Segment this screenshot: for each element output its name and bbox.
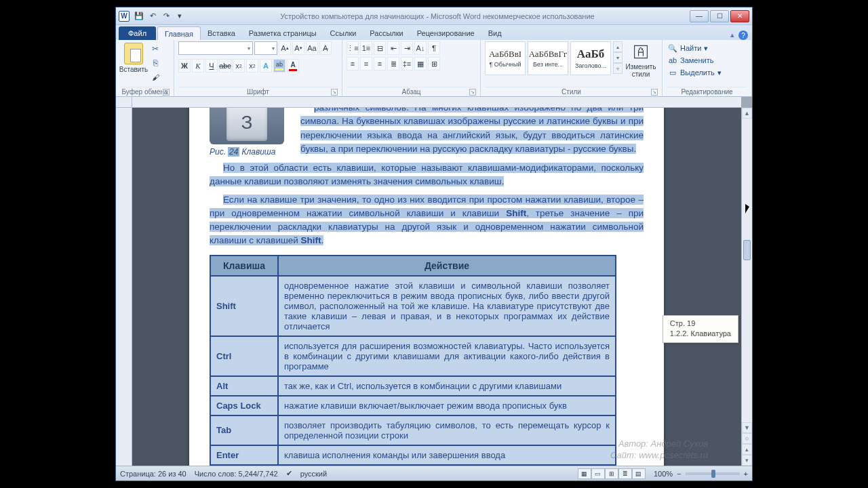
- undo-icon[interactable]: ↶: [147, 11, 158, 22]
- next-page-icon[interactable]: ▾: [742, 455, 752, 466]
- scroll-thumb[interactable]: [743, 240, 751, 260]
- paragraph[interactable]: Если на клавише три значения, то одно из…: [210, 193, 644, 248]
- status-page[interactable]: Страница: 26 из 40: [120, 470, 186, 478]
- italic-button[interactable]: К: [192, 59, 204, 73]
- qat-menu-icon[interactable]: ▾: [174, 11, 185, 22]
- launcher-icon[interactable]: ↘: [651, 89, 658, 96]
- launcher-icon[interactable]: ↘: [469, 89, 476, 96]
- indent-decrease-button[interactable]: ⇤: [387, 41, 399, 55]
- zoom-knob[interactable]: [711, 470, 715, 478]
- close-button[interactable]: ✕: [730, 10, 749, 22]
- font-name-combo[interactable]: ▾: [178, 41, 253, 55]
- cut-button[interactable]: [149, 43, 161, 55]
- document-canvas[interactable]: З Рис. 24 Клавиша различных символов. На…: [132, 108, 741, 466]
- group-label-paragraph: Абзац↘: [347, 87, 476, 96]
- grow-font-button[interactable]: A▴: [279, 41, 291, 55]
- launcher-icon[interactable]: ↘: [331, 89, 338, 96]
- status-proofing-icon[interactable]: ✔: [286, 469, 292, 478]
- zoom-value[interactable]: 100%: [654, 470, 673, 478]
- table-row[interactable]: Tabпозволяет производить табуляцию симво…: [210, 415, 616, 445]
- maximize-button[interactable]: ☐: [710, 10, 729, 22]
- align-right-button[interactable]: ≡: [374, 57, 386, 70]
- tab-layout[interactable]: Разметка страницы: [242, 26, 323, 40]
- minimize-ribbon-icon[interactable]: ▴: [730, 30, 734, 40]
- scroll-track[interactable]: [742, 119, 752, 422]
- strikethrough-button[interactable]: abc: [219, 59, 231, 73]
- line-spacing-button[interactable]: ‡≡: [401, 57, 413, 70]
- tab-references[interactable]: Ссылки: [323, 26, 363, 40]
- text-effects-button[interactable]: A: [260, 59, 272, 73]
- zoom-slider[interactable]: [686, 472, 740, 475]
- table-row[interactable]: Ctrlиспользуется для расширения возможно…: [210, 336, 616, 376]
- view-buttons: ▦ ▭ ⊞ ≣ ▤: [578, 468, 646, 479]
- table-row[interactable]: Shiftодновременное нажатие этой клавиши …: [210, 276, 616, 336]
- align-center-button[interactable]: ≡: [360, 57, 372, 70]
- style-nospacing[interactable]: АаБбВвГгБез инте...: [528, 41, 568, 75]
- zoom-in-button[interactable]: +: [744, 470, 748, 478]
- highlight-button[interactable]: ab: [273, 59, 285, 73]
- table-row[interactable]: Altтак же, как и Ctrl, используется в ко…: [210, 376, 616, 396]
- find-button[interactable]: 🔍Найти ▾: [667, 43, 723, 54]
- view-read-button[interactable]: ▭: [591, 468, 605, 479]
- tab-review[interactable]: Рецензирование: [410, 26, 481, 40]
- zoom-out-button[interactable]: −: [677, 470, 681, 478]
- view-draft-button[interactable]: ▤: [632, 468, 646, 479]
- style-normal[interactable]: АаБбВвІ¶ Обычный: [485, 41, 526, 75]
- change-styles-button[interactable]: 🄰 Изменить стили: [625, 41, 657, 78]
- save-icon[interactable]: 💾: [134, 11, 144, 22]
- sort-button[interactable]: A↓: [414, 41, 427, 55]
- font-size-combo[interactable]: ▾: [254, 41, 277, 55]
- numbering-button[interactable]: 1≡: [360, 41, 372, 55]
- status-language[interactable]: русский: [300, 470, 327, 478]
- clear-formatting-button[interactable]: A̶: [319, 41, 332, 55]
- view-print-button[interactable]: ▦: [578, 468, 591, 479]
- borders-button[interactable]: ⊞: [428, 57, 440, 70]
- vertical-ruler[interactable]: [116, 108, 132, 466]
- vertical-scrollbar[interactable]: ▲ ▼ ○ ▴ ▾: [741, 108, 752, 466]
- bullets-button[interactable]: ⋮≡: [347, 41, 359, 55]
- paragraph[interactable]: Но в этой области есть клавиши, которые …: [210, 161, 644, 189]
- status-words[interactable]: Число слов: 5,244/7,742: [195, 470, 278, 478]
- justify-button[interactable]: ≣: [387, 57, 399, 70]
- tab-view[interactable]: Вид: [481, 26, 509, 40]
- underline-button[interactable]: Ч: [205, 59, 218, 73]
- multilevel-button[interactable]: ⊟: [374, 41, 386, 55]
- redo-icon[interactable]: ↷: [161, 11, 172, 22]
- table-row[interactable]: Caps Lockнажатие клавиши включает/выключ…: [210, 396, 616, 415]
- find-icon: 🔍: [668, 43, 677, 53]
- replace-button[interactable]: abЗаменить: [667, 55, 723, 66]
- indent-increase-button[interactable]: ⇥: [401, 41, 413, 55]
- launcher-icon[interactable]: ↘: [163, 89, 170, 96]
- change-case-button[interactable]: Aa: [306, 41, 318, 55]
- align-left-button[interactable]: ≡: [347, 57, 359, 70]
- view-outline-button[interactable]: ≣: [618, 468, 632, 479]
- table-row[interactable]: Enterклавиша исполнения команды или заве…: [210, 445, 616, 465]
- minimize-button[interactable]: —: [690, 10, 709, 22]
- tab-insert[interactable]: Вставка: [201, 26, 242, 40]
- page[interactable]: З Рис. 24 Клавиша различных символов. На…: [189, 108, 664, 466]
- help-icon[interactable]: ?: [738, 30, 748, 40]
- shading-button[interactable]: ▦: [414, 57, 427, 70]
- subscript-button[interactable]: x2: [233, 59, 245, 73]
- view-web-button[interactable]: ⊞: [605, 468, 618, 479]
- tab-file[interactable]: Файл: [119, 26, 156, 40]
- select-button[interactable]: ▭Выделить ▾: [667, 67, 723, 78]
- tab-home[interactable]: Главная: [157, 26, 201, 40]
- prev-page-icon[interactable]: ▴: [742, 444, 752, 455]
- font-color-button[interactable]: A: [287, 59, 299, 73]
- browse-object-icon[interactable]: ○: [742, 433, 752, 444]
- show-marks-button[interactable]: ¶: [428, 41, 440, 55]
- superscript-button[interactable]: x2: [246, 59, 258, 73]
- tab-mailings[interactable]: Рассылки: [363, 26, 410, 40]
- shrink-font-button[interactable]: A▾: [292, 41, 304, 55]
- style-heading[interactable]: АаБбЗаголово...: [570, 41, 611, 75]
- figure-caption: Рис. 24 Клавиша: [210, 147, 291, 157]
- paste-button[interactable]: Вставить: [120, 41, 147, 73]
- horizontal-ruler[interactable]: [132, 97, 741, 108]
- styles-scroll[interactable]: ▴▾▿: [613, 41, 623, 74]
- copy-button[interactable]: [149, 57, 161, 69]
- scroll-up-icon[interactable]: ▲: [742, 108, 752, 119]
- scroll-down-icon[interactable]: ▼: [742, 422, 752, 433]
- format-painter-button[interactable]: [149, 71, 161, 83]
- bold-button[interactable]: Ж: [178, 59, 191, 73]
